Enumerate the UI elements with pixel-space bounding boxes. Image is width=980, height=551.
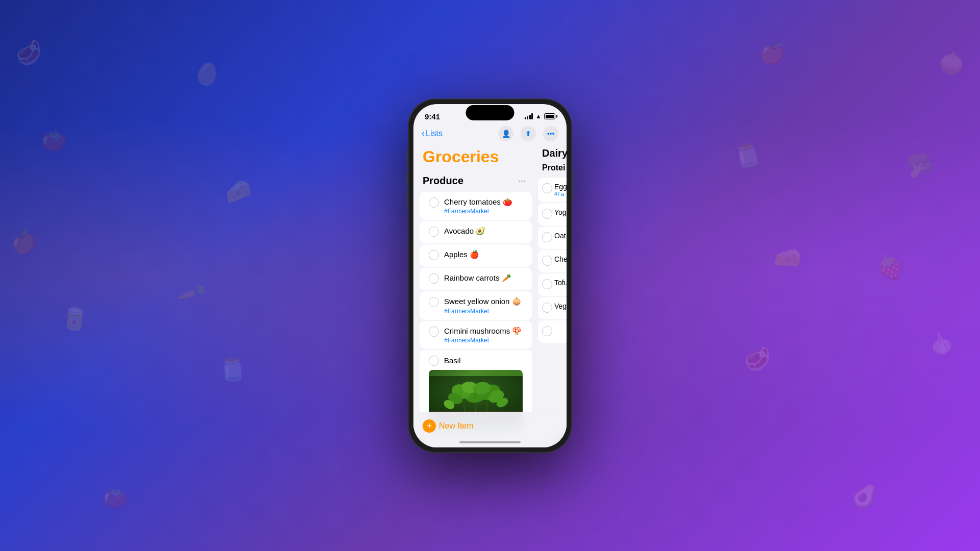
dairy-item[interactable]: Egg #Fa — [538, 178, 567, 202]
phone-frame: 9:41 ▲ ‹ Lists 👤 ⬆ — [408, 99, 572, 453]
back-chevron-icon: ‹ — [422, 128, 425, 139]
dairy-checkbox[interactable] — [542, 256, 552, 266]
item-checkbox[interactable] — [429, 227, 439, 237]
dairy-item[interactable]: Veg — [538, 297, 567, 319]
item-checkbox[interactable] — [429, 327, 439, 337]
back-label: Lists — [426, 129, 443, 138]
item-content: Cherry tomatoes 🍅 #FarmersMarket — [444, 197, 523, 215]
new-item-label: New Item — [439, 421, 474, 431]
dairy-text: Tofu — [554, 279, 567, 287]
rainbow-carrots-item[interactable]: Rainbow carrots 🥕 — [420, 268, 532, 290]
home-indicator — [459, 441, 521, 443]
dairy-checkbox[interactable] — [542, 209, 552, 219]
dairy-item-content: Egg #Fa — [554, 183, 567, 197]
dairy-item-content: Tofu — [554, 279, 567, 287]
dairy-tag: #Fa — [554, 191, 567, 197]
basil-text: Basil — [444, 356, 461, 366]
item-tag: #FarmersMarket — [444, 308, 523, 315]
nav-back-button[interactable]: ‹ Lists — [422, 128, 443, 139]
content-area: Groceries Produce ··· Cherry tomatoes 🍅 … — [413, 145, 567, 447]
item-content: Sweet yellow onion 🧅 #FarmersMarket — [444, 296, 523, 315]
list-item[interactable]: Apples 🍎 — [420, 244, 532, 267]
list-item[interactable]: Crimini mushrooms 🍄 #FarmersMarket — [420, 321, 532, 349]
ellipsis-icon: ••• — [547, 130, 555, 138]
item-content: Rainbow carrots 🥕 — [444, 273, 523, 283]
dynamic-island — [466, 105, 514, 120]
item-checkbox[interactable] — [429, 250, 439, 260]
dairy-item-content: Che — [554, 255, 567, 263]
share-icon: ⬆ — [525, 130, 531, 138]
produce-column: Groceries Produce ··· Cherry tomatoes 🍅 … — [413, 145, 538, 447]
status-icons: ▲ — [525, 113, 555, 120]
status-time: 9:41 — [425, 112, 440, 121]
person-circle-button[interactable]: 👤 — [498, 126, 513, 141]
item-checkbox[interactable] — [429, 297, 439, 307]
more-options-button[interactable]: ••• — [543, 126, 558, 141]
dairy-item[interactable]: Che — [538, 250, 567, 272]
item-text: Cherry tomatoes 🍅 — [444, 197, 523, 207]
new-item-plus-icon: + — [423, 419, 436, 433]
rainbow-carrots-text: Rainbow carrots 🥕 — [444, 273, 523, 283]
dairy-text: Egg — [554, 183, 567, 191]
nav-bar: ‹ Lists 👤 ⬆ ••• — [413, 124, 567, 145]
dairy-item-content: Yog — [554, 208, 567, 216]
dairy-text: Che — [554, 255, 567, 263]
list-item[interactable]: Avocado 🥑 — [420, 221, 532, 243]
basil-top: Basil — [429, 355, 523, 366]
item-text: Crimini mushrooms 🍄 — [444, 326, 523, 336]
item-checkbox[interactable] — [429, 273, 439, 284]
dairy-checkbox[interactable] — [542, 232, 552, 242]
item-tag: #FarmersMarket — [444, 337, 523, 344]
item-text: Sweet yellow onion 🧅 — [444, 296, 523, 307]
nav-actions: 👤 ⬆ ••• — [498, 126, 558, 141]
dairy-checkbox[interactable] — [542, 183, 552, 193]
item-text: Apples 🍎 — [444, 249, 523, 260]
dairy-item-content: Oat — [554, 232, 566, 240]
item-content: Avocado 🥑 — [444, 226, 523, 236]
dairy-text: Oat — [554, 232, 566, 240]
dairy-item-content: Veg — [554, 302, 567, 310]
dairy-section-title: Dairy, — [538, 145, 567, 163]
item-content: Apples 🍎 — [444, 249, 523, 260]
phone-screen: 9:41 ▲ ‹ Lists 👤 ⬆ — [413, 104, 567, 447]
dairy-column: Dairy, Protei Egg #Fa Yog — [538, 145, 567, 447]
item-checkbox[interactable] — [429, 197, 439, 208]
dairy-item[interactable]: Oat — [538, 227, 567, 249]
signal-bars-icon — [525, 113, 533, 119]
dairy-checkbox[interactable] — [542, 303, 552, 313]
list-item[interactable]: Sweet yellow onion 🧅 #FarmersMarket — [420, 291, 532, 320]
dairy-item[interactable]: Yog — [538, 203, 567, 226]
dairy-item[interactable] — [538, 320, 567, 343]
item-content: Crimini mushrooms 🍄 #FarmersMarket — [444, 326, 523, 344]
produce-section-title: Produce — [423, 175, 463, 187]
item-text: Avocado 🥑 — [444, 226, 523, 236]
dairy-text: Yog — [554, 208, 567, 216]
item-checkbox[interactable] — [429, 356, 439, 366]
share-button[interactable]: ⬆ — [521, 126, 536, 141]
dairy-checkbox[interactable] — [542, 326, 552, 336]
dairy-subtitle: Protei — [538, 163, 567, 177]
produce-menu-button[interactable]: ··· — [515, 174, 529, 187]
dairy-item[interactable]: Tofu — [538, 273, 567, 296]
item-tag: #FarmersMarket — [444, 208, 523, 215]
list-item[interactable]: Cherry tomatoes 🍅 #FarmersMarket — [420, 192, 532, 220]
battery-icon — [544, 113, 555, 119]
page-title: Groceries — [413, 145, 538, 172]
produce-section-header: Produce ··· — [413, 172, 538, 191]
dairy-checkbox[interactable] — [542, 279, 552, 289]
dairy-text: Veg — [554, 302, 567, 310]
new-item-button[interactable]: + New Item — [423, 419, 474, 433]
person-circle-icon: 👤 — [502, 130, 510, 138]
wifi-icon: ▲ — [535, 113, 542, 120]
